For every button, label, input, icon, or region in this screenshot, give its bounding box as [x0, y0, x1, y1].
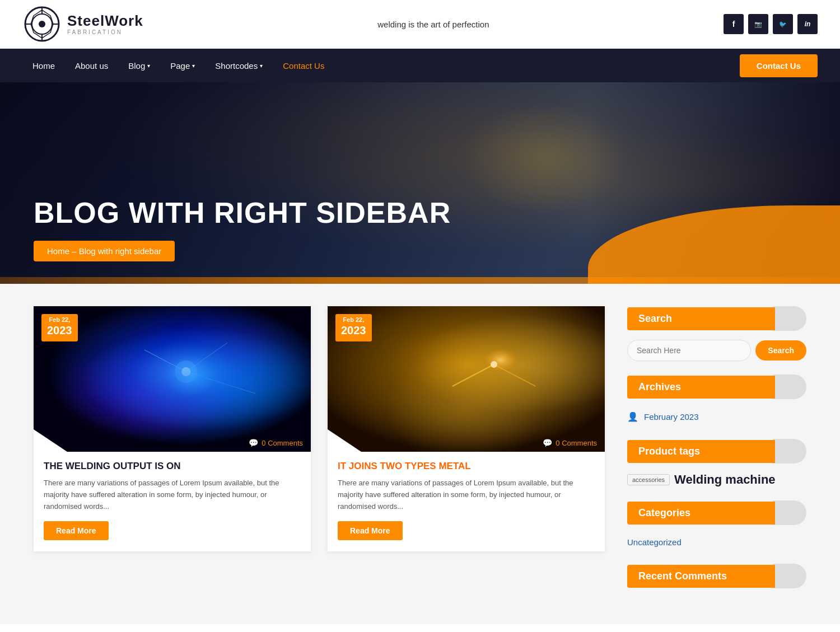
- svg-line-17: [494, 364, 535, 386]
- svg-line-10: [186, 343, 227, 372]
- logo-text: SteelWork FABRICATION: [67, 13, 143, 35]
- archives-widget-title: Archives: [627, 376, 775, 399]
- product-tags-widget-header: Product tags: [627, 439, 806, 464]
- hero-section: BLOG WITH RIGHT SIDEBAR Home – Blog with…: [0, 82, 840, 284]
- recent-comments-title-tail: [773, 564, 806, 588]
- sidebar: Search Search Archives 👤 February 2023 P…: [627, 306, 806, 602]
- post-meta-2: 💬 0 Comments: [543, 438, 597, 447]
- nav-page[interactable]: Page ▾: [160, 51, 205, 81]
- post-title-2: IT JOINS TWO TYPES METAL: [338, 461, 595, 472]
- nav-blog[interactable]: Blog ▾: [118, 51, 160, 81]
- date-badge-1: Feb 22, 2023: [41, 314, 78, 341]
- search-input[interactable]: [627, 340, 751, 361]
- recent-comments-widget-header: Recent Comments: [627, 564, 806, 588]
- archives-widget-header: Archives: [627, 374, 806, 399]
- search-title-tail: [773, 306, 806, 331]
- shortcodes-caret: ▾: [260, 63, 263, 69]
- nav-contact[interactable]: Contact Us: [273, 51, 334, 81]
- category-item-1[interactable]: Uncategorized: [627, 534, 806, 550]
- categories-title-tail: [773, 500, 806, 525]
- search-input-row: Search: [627, 340, 806, 361]
- svg-point-8: [141, 345, 231, 413]
- categories-widget: Categories Uncategorized: [627, 500, 806, 550]
- comment-icon-2: 💬: [543, 438, 552, 447]
- read-more-button-1[interactable]: Read More: [44, 521, 109, 540]
- post-card-2: Feb 22, 2023 💬 0 Comments IT JOINS TWO T…: [328, 306, 605, 551]
- top-bar: SteelWork FABRICATION welding is the art…: [0, 0, 840, 49]
- search-widget-title: Search: [627, 307, 775, 330]
- search-widget: Search Search: [627, 306, 806, 361]
- svg-point-18: [491, 361, 497, 368]
- breadcrumb: Home – Blog with right sidebar: [34, 241, 175, 261]
- post-body-2: IT JOINS TWO TYPES METAL There are many …: [328, 452, 605, 551]
- archives-title-tail: [773, 374, 806, 399]
- tags-area: accessories Welding machine: [627, 472, 806, 487]
- svg-point-12: [181, 367, 190, 376]
- main-section: Feb 22, 2023 💬 0 Comments THE WELDING OU…: [0, 284, 840, 624]
- contact-us-button[interactable]: Contact Us: [740, 54, 818, 77]
- tag-accessories[interactable]: accessories: [627, 474, 670, 485]
- post-image-2: Feb 22, 2023 💬 0 Comments: [328, 306, 605, 452]
- product-tags-widget: Product tags accessories Welding machine: [627, 439, 806, 487]
- post-excerpt-1: There are many variations of passages of…: [44, 477, 301, 512]
- nav-links: Home About us Blog ▾ Page ▾ Shortcodes ▾…: [22, 51, 334, 81]
- facebook-icon[interactable]: f: [724, 14, 744, 34]
- logo-icon: [22, 4, 62, 44]
- archive-person-icon: 👤: [627, 411, 638, 422]
- search-widget-header: Search: [627, 306, 806, 331]
- svg-line-9: [144, 350, 186, 372]
- svg-point-2: [39, 21, 45, 27]
- comment-icon-1: 💬: [249, 438, 258, 447]
- svg-point-13: [175, 361, 197, 383]
- social-icons: f 📷 🐦 in: [724, 14, 818, 34]
- tagline: welding is the art of perfection: [377, 20, 489, 29]
- nav-bar: Home About us Blog ▾ Page ▾ Shortcodes ▾…: [0, 49, 840, 82]
- date-badge-2: Feb 22, 2023: [335, 314, 372, 341]
- product-tags-widget-title: Product tags: [627, 440, 775, 463]
- archive-item-1: 👤 February 2023: [627, 408, 806, 425]
- linkedin-icon[interactable]: in: [797, 14, 818, 34]
- post-excerpt-2: There are many variations of passages of…: [338, 477, 595, 512]
- logo: SteelWork FABRICATION: [22, 4, 143, 44]
- tag-welding-machine[interactable]: Welding machine: [674, 472, 776, 487]
- blog-caret: ▾: [147, 63, 150, 69]
- nav-home[interactable]: Home: [22, 51, 65, 81]
- svg-line-11: [186, 372, 255, 394]
- archive-link-1[interactable]: February 2023: [644, 412, 699, 422]
- svg-line-16: [452, 364, 494, 386]
- brand-sub: FABRICATION: [67, 29, 143, 35]
- twitter-icon[interactable]: 🐦: [773, 14, 793, 34]
- post-body-1: THE WELDING OUTPUT IS ON There are many …: [34, 452, 311, 551]
- read-more-button-2[interactable]: Read More: [338, 521, 403, 540]
- post-meta-1: 💬 0 Comments: [249, 438, 303, 447]
- categories-widget-header: Categories: [627, 500, 806, 525]
- recent-comments-widget: Recent Comments: [627, 564, 806, 588]
- nav-shortcodes[interactable]: Shortcodes ▾: [205, 51, 273, 81]
- recent-comments-widget-title: Recent Comments: [627, 565, 775, 588]
- instagram-icon[interactable]: 📷: [748, 14, 768, 34]
- nav-about[interactable]: About us: [65, 51, 118, 81]
- search-button[interactable]: Search: [755, 340, 806, 361]
- product-tags-title-tail: [773, 439, 806, 464]
- categories-widget-title: Categories: [627, 502, 775, 525]
- page-caret: ▾: [192, 63, 195, 69]
- post-title-1: THE WELDING OUTPUT IS ON: [44, 461, 301, 472]
- post-card-1: Feb 22, 2023 💬 0 Comments THE WELDING OU…: [34, 306, 311, 551]
- post-image-1: Feb 22, 2023 💬 0 Comments: [34, 306, 311, 452]
- archives-widget: Archives 👤 February 2023: [627, 374, 806, 425]
- svg-point-15: [460, 342, 528, 387]
- brand-name: SteelWork: [67, 13, 143, 29]
- posts-grid: Feb 22, 2023 💬 0 Comments THE WELDING OU…: [34, 306, 605, 602]
- page-title: BLOG WITH RIGHT SIDEBAR: [34, 196, 806, 230]
- hero-content: BLOG WITH RIGHT SIDEBAR Home – Blog with…: [34, 196, 806, 261]
